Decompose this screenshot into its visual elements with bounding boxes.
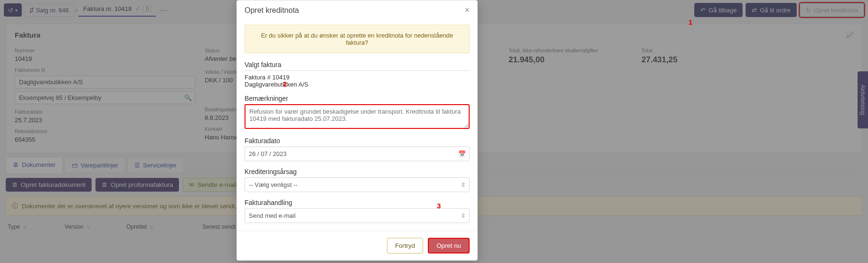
create-credit-note-modal: Opret kreditnota × Er du sikker på at du… <box>236 0 478 261</box>
updown-icon: ⇳ <box>461 181 466 188</box>
annotation-2: 2 <box>283 80 287 88</box>
create-now-button[interactable]: Opret nu <box>428 238 470 253</box>
credit-reason-select[interactable]: -- Vælg venligst -- <box>245 177 470 192</box>
selected-invoice-number: Faktura # 10419 <box>245 74 470 81</box>
invoice-date-input[interactable] <box>245 146 470 161</box>
annotation-3: 3 <box>437 202 441 210</box>
cancel-button[interactable]: Fortryd <box>387 238 423 253</box>
invoice-action-select[interactable]: Send med e-mail <box>245 208 470 223</box>
close-icon[interactable]: × <box>464 5 470 15</box>
annotation-1: 1 <box>689 18 692 26</box>
modal-title: Opret kreditnota <box>245 6 299 15</box>
selected-invoice-customer: Dagligvarebutikken A/S <box>245 81 470 88</box>
remarks-textarea[interactable] <box>245 104 470 129</box>
invoice-action-label: Fakturahandling <box>245 199 470 206</box>
calendar-icon[interactable]: 📅 <box>458 150 466 157</box>
selected-invoice-label: Valgt faktura <box>245 61 470 68</box>
updown-icon: ⇳ <box>461 212 466 219</box>
remarks-label: Bemærkninger <box>245 95 288 102</box>
confirm-alert: Er du sikker på at du ønsker at oprette … <box>245 25 470 53</box>
credit-reason-label: Krediteringsårsag <box>245 168 470 175</box>
invoice-date-modal-label: Fakturadato <box>245 137 470 145</box>
